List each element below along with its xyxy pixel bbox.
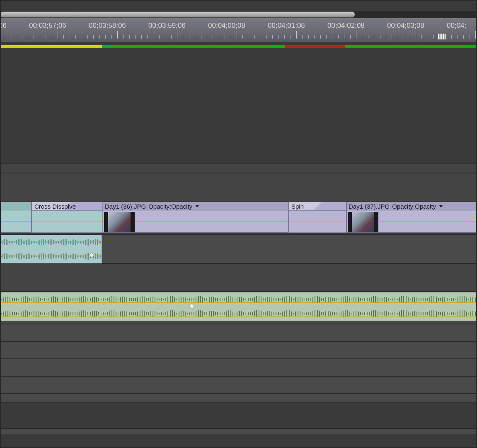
timecode-label: 00;04; <box>447 22 466 30</box>
audio-clip[interactable] <box>0 292 477 321</box>
track-divider <box>0 164 477 173</box>
transition-clip[interactable]: Spin <box>288 202 346 211</box>
video-clip[interactable] <box>0 202 31 233</box>
empty-track <box>0 341 477 359</box>
timecode-label: 00;04;02;08 <box>327 22 365 30</box>
video-clip[interactable]: Day1 (37).JPGOpacity:Opacity <box>346 202 477 233</box>
timecode-label: 00;04;01;08 <box>268 22 305 30</box>
empty-track <box>0 263 477 292</box>
timeline-ruler[interactable]: 0600;03;57;0600;03;58;0600;03;59;0600;04… <box>0 18 477 42</box>
timecode-label: 00;04;00;08 <box>208 22 245 30</box>
clip-thumbnail <box>104 212 135 232</box>
empty-track <box>0 376 477 394</box>
video-track[interactable]: Cross DissolveDay1 (36).JPGOpacity:Opaci… <box>0 201 477 232</box>
empty-track <box>0 359 477 376</box>
dropdown-caret-icon[interactable] <box>196 205 199 207</box>
scrollbar-thumb[interactable] <box>0 12 355 17</box>
audio-track-2[interactable] <box>0 292 477 324</box>
empty-track <box>0 173 477 201</box>
empty-area <box>0 403 477 429</box>
timecode-label: 06 <box>0 22 7 30</box>
timecode-label: 00;03;58;06 <box>89 22 126 30</box>
transition-clip[interactable]: Cross Dissolve <box>31 202 103 211</box>
timeline-scrollbar[interactable] <box>0 11 477 18</box>
bottom-bar <box>0 429 477 434</box>
empty-track <box>0 324 477 341</box>
clip-thumbnail <box>348 212 378 232</box>
audio-clip[interactable] <box>0 235 102 264</box>
timecode-label: 00;03;59;06 <box>148 22 186 30</box>
dropdown-caret-icon[interactable] <box>439 205 443 207</box>
clip-effect-label[interactable]: Opacity:Opacity <box>392 203 436 210</box>
clip-effect-label[interactable]: Opacity:Opacity <box>148 203 192 210</box>
clip-title: Day1 (37).JPG <box>349 203 390 210</box>
track-divider <box>0 394 477 403</box>
empty-track-upper <box>0 48 477 164</box>
clip-title: Day1 (36).JPG <box>105 203 146 210</box>
timecode-label: 00;04;03;08 <box>387 22 424 30</box>
audio-track-1[interactable] <box>0 234 477 263</box>
timecode-label: 00;03;57;06 <box>29 22 66 30</box>
video-clip[interactable]: Day1 (36).JPGOpacity:Opacity <box>103 202 288 233</box>
